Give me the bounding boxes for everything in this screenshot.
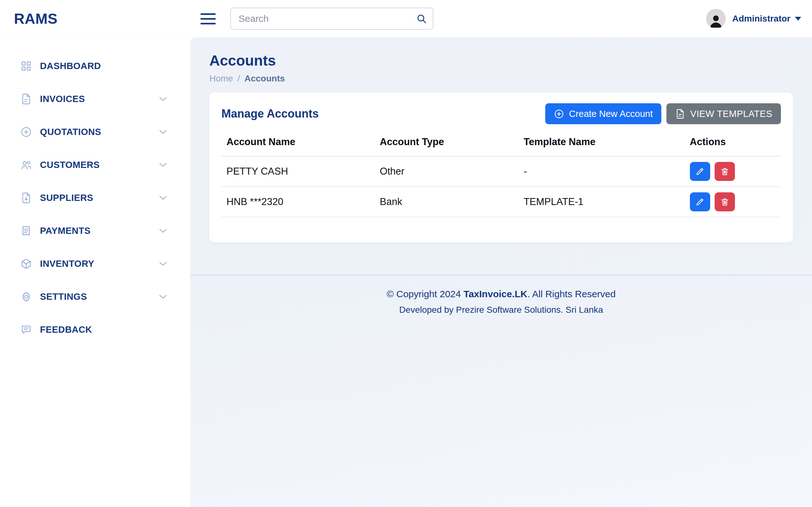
- breadcrumb: Home / Accounts: [209, 73, 793, 83]
- copyright-suffix: . All Rights Reserved: [527, 289, 615, 299]
- file-icon: [675, 109, 686, 119]
- accounts-table: Account Name Account Type Template Name …: [221, 130, 781, 217]
- sidebar-item-invoices[interactable]: INVOICES: [0, 82, 190, 115]
- cell-account-name: PETTY CASH: [221, 156, 374, 187]
- file-download-icon: [20, 192, 32, 204]
- sidebar-item-settings[interactable]: SETTINGS: [0, 280, 190, 313]
- plus-circle-icon: [20, 126, 32, 138]
- footer-divider: [190, 275, 812, 275]
- breadcrumb-home-link[interactable]: Home: [209, 73, 233, 83]
- edit-button[interactable]: [690, 192, 710, 211]
- top-header: RAMS Administrator: [0, 0, 812, 38]
- sidebar: DASHBOARD INVOICES QUOTATIONS CUSTOMERS …: [0, 38, 190, 507]
- logo-area: RAMS: [0, 10, 190, 27]
- card-title: Manage Accounts: [221, 107, 319, 120]
- main-content: Accounts Home / Accounts Manage Accounts…: [190, 38, 812, 507]
- sidebar-item-customers[interactable]: CUSTOMERS: [0, 148, 190, 181]
- app-logo: RAMS: [14, 10, 57, 27]
- file-text-icon: [20, 93, 32, 105]
- menu-toggle-button[interactable]: [200, 13, 216, 24]
- create-new-account-label: Create New Account: [569, 109, 653, 119]
- plus-circle-icon: [554, 109, 564, 119]
- manage-accounts-card: Manage Accounts Create New Account VIEW …: [209, 93, 793, 242]
- cell-actions: [685, 156, 781, 187]
- table-row: HNB ***2320 Bank TEMPLATE-1: [221, 187, 781, 217]
- sidebar-item-label: FEEDBACK: [40, 325, 92, 335]
- sidebar-nav: DASHBOARD INVOICES QUOTATIONS CUSTOMERS …: [0, 49, 190, 346]
- sidebar-item-quotations[interactable]: QUOTATIONS: [0, 115, 190, 148]
- chevron-down-icon: [158, 226, 168, 236]
- cell-template-name: TEMPLATE-1: [519, 187, 685, 217]
- user-name: Administrator: [732, 14, 791, 24]
- edit-button[interactable]: [690, 162, 710, 181]
- trash-icon: [720, 197, 729, 207]
- search-input[interactable]: [230, 8, 433, 30]
- sidebar-item-payments[interactable]: PAYMENTS: [0, 214, 190, 247]
- users-icon: [20, 159, 32, 171]
- sidebar-item-suppliers[interactable]: SUPPLIERS: [0, 181, 190, 214]
- chevron-down-icon: [158, 193, 168, 203]
- search-icon[interactable]: [416, 13, 427, 24]
- col-header-template-name: Template Name: [519, 130, 685, 156]
- gear-icon: [20, 291, 32, 302]
- chevron-down-icon: [795, 17, 801, 20]
- sidebar-item-label: PAYMENTS: [40, 226, 91, 236]
- search-box: [230, 8, 433, 30]
- sidebar-item-label: QUOTATIONS: [40, 127, 101, 137]
- brand-name: TaxInvoice.LK: [463, 289, 527, 299]
- cell-account-name: HNB ***2320: [221, 187, 374, 217]
- chevron-down-icon: [158, 94, 168, 104]
- sidebar-item-label: CUSTOMERS: [40, 160, 100, 170]
- cell-account-type: Other: [374, 156, 518, 187]
- table-row: PETTY CASH Other -: [221, 156, 781, 187]
- developer-credit: Developed by Prezire Software Solutions.…: [209, 305, 793, 315]
- chat-icon: [20, 324, 32, 336]
- sidebar-item-dashboard[interactable]: DASHBOARD: [0, 49, 190, 82]
- breadcrumb-current: Accounts: [244, 73, 285, 83]
- cell-account-type: Bank: [374, 187, 518, 217]
- pencil-icon: [695, 167, 705, 176]
- avatar: [706, 9, 726, 29]
- copyright-prefix: © Copyright 2024: [387, 289, 463, 299]
- trash-icon: [720, 167, 729, 176]
- table-header-row: Account Name Account Type Template Name …: [221, 130, 781, 156]
- chevron-down-icon: [158, 291, 168, 302]
- receipt-icon: [20, 225, 32, 237]
- sidebar-item-inventory[interactable]: INVENTORY: [0, 247, 190, 280]
- user-menu[interactable]: Administrator: [706, 9, 801, 29]
- view-templates-button[interactable]: VIEW TEMPLATES: [666, 103, 781, 124]
- view-templates-label: VIEW TEMPLATES: [690, 109, 772, 119]
- page-title: Accounts: [209, 52, 793, 69]
- col-header-account-type: Account Type: [374, 130, 518, 156]
- person-icon: [708, 10, 724, 29]
- hamburger-icon: [200, 13, 216, 15]
- cell-actions: [685, 187, 781, 217]
- card-header: Manage Accounts Create New Account VIEW …: [221, 103, 781, 124]
- chevron-down-icon: [158, 160, 168, 170]
- sidebar-item-label: SETTINGS: [40, 291, 87, 302]
- delete-button[interactable]: [715, 162, 735, 181]
- delete-button[interactable]: [715, 192, 735, 211]
- footer: © Copyright 2024 TaxInvoice.LK. All Righ…: [209, 289, 793, 315]
- app-root: RAMS Administrator DASHBOARD INVOICES Q: [0, 0, 812, 507]
- create-new-account-button[interactable]: Create New Account: [545, 103, 661, 124]
- box-icon: [20, 258, 32, 270]
- cell-template-name: -: [519, 156, 685, 187]
- breadcrumb-separator: /: [238, 73, 240, 83]
- sidebar-item-label: DASHBOARD: [40, 61, 101, 71]
- sidebar-item-label: SUPPLIERS: [40, 193, 93, 203]
- chevron-down-icon: [158, 127, 168, 137]
- sidebar-item-feedback[interactable]: FEEDBACK: [0, 313, 190, 346]
- card-actions: Create New Account VIEW TEMPLATES: [545, 103, 781, 124]
- pencil-icon: [695, 197, 705, 207]
- col-header-account-name: Account Name: [221, 130, 374, 156]
- copyright-line: © Copyright 2024 TaxInvoice.LK. All Righ…: [209, 289, 793, 299]
- sidebar-item-label: INVENTORY: [40, 259, 94, 269]
- grid-icon: [20, 60, 32, 72]
- sidebar-item-label: INVOICES: [40, 94, 85, 104]
- col-header-actions: Actions: [685, 130, 781, 156]
- chevron-down-icon: [158, 259, 168, 269]
